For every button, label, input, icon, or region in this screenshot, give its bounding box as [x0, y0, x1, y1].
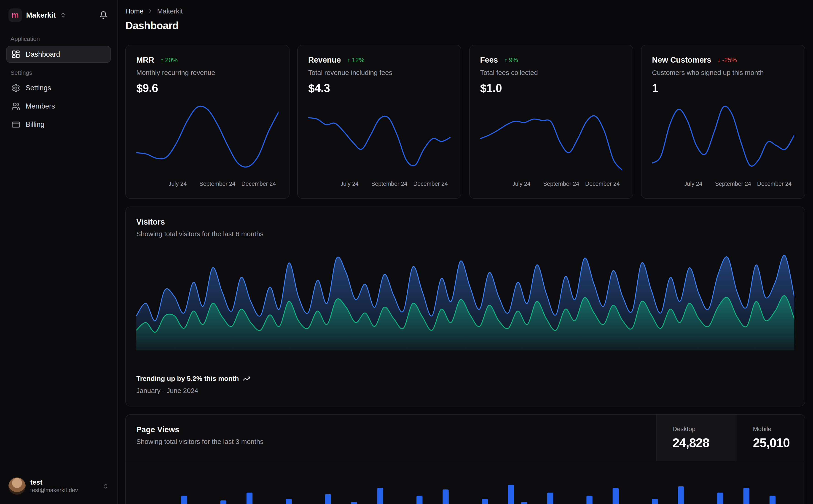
stat-subtitle: Total revenue including fees	[308, 69, 450, 77]
stat-title: Fees	[480, 56, 498, 64]
notifications-button[interactable]	[98, 10, 109, 20]
new-customers-sparkline-chart	[652, 102, 794, 175]
x-tick: July 24	[168, 180, 187, 187]
x-tick: December 24	[413, 180, 448, 187]
dashboard-icon	[11, 50, 20, 59]
workspace-selector[interactable]: m Makerkit	[6, 5, 111, 29]
chevrons-up-down-icon	[60, 12, 66, 18]
user-meta: test test@makerkit.dev	[30, 479, 78, 493]
trend-up-arrow-icon: ↑	[160, 56, 163, 64]
breadcrumb: Home Makerkit	[125, 7, 805, 15]
visitors-subtitle: Showing total visitors for the last 6 mo…	[136, 230, 794, 238]
x-tick: September 24	[371, 180, 407, 187]
breadcrumb-home-link[interactable]: Home	[125, 7, 143, 15]
sidebar-item-settings[interactable]: Settings	[6, 80, 111, 97]
trend-up-arrow-icon: ↑	[504, 56, 507, 64]
visitors-area-chart	[136, 251, 794, 350]
user-avatar	[8, 477, 26, 495]
visitors-trend-text: Trending up by 5.2% this month	[136, 375, 239, 382]
page-views-toggle-mobile[interactable]: Mobile 25,010	[737, 415, 805, 461]
sidebar-item-members[interactable]: Members	[6, 98, 111, 115]
visitors-card: Visitors Showing total visitors for the …	[125, 207, 805, 406]
toggle-value: 25,010	[753, 435, 805, 450]
bell-icon	[99, 11, 108, 19]
sidebar: m Makerkit Application Dashboard Setting…	[0, 0, 117, 504]
trend-value: 9%	[509, 56, 518, 64]
sidebar-nav: Application Dashboard Settings Settings …	[6, 29, 111, 134]
breadcrumb-current: Makerkit	[157, 7, 183, 15]
trend-value: -25%	[722, 56, 737, 64]
trend-up-arrow-icon: ↑	[347, 56, 350, 64]
x-axis-labels: July 24 September 24 December 24	[308, 180, 450, 188]
chevron-right-icon	[147, 8, 153, 14]
sidebar-item-label: Billing	[26, 120, 44, 129]
page-views-title: Page Views	[136, 425, 646, 434]
page-views-header: Page Views Showing total visitors for th…	[126, 415, 805, 461]
stat-card-mrr: MRR ↑ 20% Monthly recurring revenue $9.6…	[125, 45, 289, 199]
page-title: Dashboard	[125, 20, 805, 32]
stat-value: $1.0	[480, 82, 622, 95]
stat-value: $4.3	[308, 82, 450, 95]
toggle-value: 24,828	[672, 435, 737, 450]
user-email: test@makerkit.dev	[30, 487, 78, 493]
sidebar-item-label: Members	[26, 102, 55, 110]
visitors-date-range: January - June 2024	[136, 387, 794, 395]
stat-title: Revenue	[308, 56, 341, 64]
sidebar-item-billing[interactable]: Billing	[6, 116, 111, 133]
user-name: test	[30, 479, 78, 486]
stat-title: New Customers	[652, 56, 711, 64]
stat-cards-row: MRR ↑ 20% Monthly recurring revenue $9.6…	[125, 45, 805, 199]
x-tick: July 24	[684, 180, 703, 187]
logo-letter: m	[11, 11, 19, 19]
stat-value: 1	[652, 82, 794, 95]
visitors-title: Visitors	[136, 218, 794, 226]
stat-subtitle: Customers who signed up this month	[652, 69, 794, 77]
nav-section-label-settings: Settings	[11, 69, 107, 76]
gear-icon	[11, 84, 20, 93]
sidebar-item-label: Dashboard	[26, 50, 60, 58]
x-tick: December 24	[757, 180, 792, 187]
x-axis-labels: July 24 September 24 December 24	[652, 180, 794, 188]
x-tick: September 24	[715, 180, 751, 187]
trend-badge: ↑ 9%	[504, 56, 518, 64]
page-views-subtitle: Showing total visitors for the last 3 mo…	[136, 438, 646, 446]
x-tick: September 24	[543, 180, 579, 187]
trend-down-arrow-icon: ↓	[717, 56, 721, 64]
stat-subtitle: Total fees collected	[480, 69, 622, 77]
app-root: m Makerkit Application Dashboard Setting…	[0, 0, 813, 504]
trend-badge: ↑ 20%	[160, 56, 177, 64]
nav-section-label-application: Application	[11, 35, 107, 42]
stat-subtitle: Monthly recurring revenue	[136, 69, 279, 77]
trending-up-icon	[243, 375, 251, 382]
visitors-footer: Trending up by 5.2% this month January -…	[136, 375, 794, 395]
fees-sparkline-chart	[480, 102, 622, 175]
stat-card-fees: Fees ↑ 9% Total fees collected $1.0 July…	[469, 45, 633, 199]
x-tick: July 24	[340, 180, 359, 187]
trend-value: 20%	[165, 56, 178, 64]
x-tick: December 24	[242, 180, 276, 187]
chevrons-up-down-icon	[102, 483, 109, 489]
trend-value: 12%	[352, 56, 364, 64]
trend-badge: ↓ -25%	[717, 56, 737, 64]
page-views-card: Page Views Showing total visitors for th…	[125, 414, 805, 504]
toggle-label: Desktop	[672, 425, 737, 433]
x-tick: December 24	[585, 180, 620, 187]
page-views-bar-chart	[126, 461, 805, 504]
stat-title: MRR	[136, 56, 154, 64]
sidebar-item-dashboard[interactable]: Dashboard	[6, 46, 111, 63]
x-tick: July 24	[512, 180, 530, 187]
workspace-name: Makerkit	[26, 11, 56, 19]
revenue-sparkline-chart	[308, 102, 450, 175]
mrr-sparkline-chart	[136, 102, 279, 175]
stat-value: $9.6	[136, 82, 279, 95]
stat-card-revenue: Revenue ↑ 12% Total revenue including fe…	[297, 45, 461, 199]
trend-badge: ↑ 12%	[347, 56, 364, 64]
x-tick: September 24	[199, 180, 236, 187]
users-icon	[11, 102, 20, 111]
makerkit-logo: m	[8, 8, 22, 22]
user-menu[interactable]: test test@makerkit.dev	[6, 474, 111, 498]
x-axis-labels: July 24 September 24 December 24	[136, 180, 279, 188]
toggle-label: Mobile	[753, 425, 805, 433]
page-views-toggle-desktop[interactable]: Desktop 24,828	[656, 415, 737, 461]
stat-card-new-customers: New Customers ↓ -25% Customers who signe…	[641, 45, 805, 199]
